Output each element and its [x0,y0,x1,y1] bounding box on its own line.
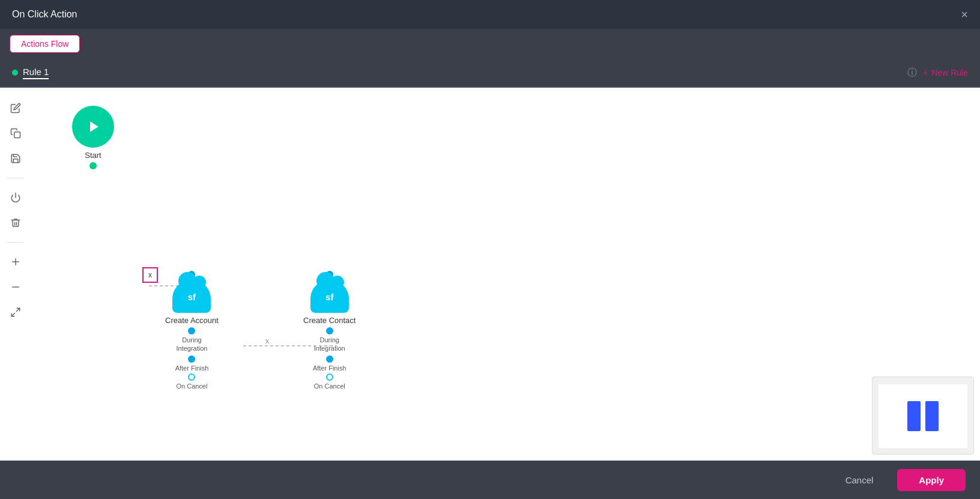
tab-actions-flow[interactable]: Actions Flow [10,35,80,53]
node1-after-dot[interactable] [188,355,195,363]
create-account-cloud[interactable]: sf [172,280,211,313]
sf-cloud-2-label: sf [325,292,333,302]
new-rule-plus-icon: + [923,68,928,77]
start-output-dot[interactable] [89,162,97,169]
svg-line-6 [11,313,14,316]
create-contact-node: sf Create Contact DuringIntegration Afte… [303,271,355,390]
apply-button[interactable]: Apply [897,469,966,491]
rule-bar: Rule 1 ⓘ + New Rule [0,59,980,88]
create-account-node: sf Create Account DuringIntegration Afte… [165,271,219,390]
sf-cloud-1-label: sf [188,292,196,302]
svg-text:x: x [265,336,270,345]
rule-label: Rule 1 [12,67,49,79]
node1-during-label: DuringIntegration [176,336,207,353]
power-icon[interactable] [7,189,24,206]
left-toolbar [7,100,24,321]
new-rule-button[interactable]: + New Rule [923,68,968,77]
zoom-in-icon[interactable] [7,253,24,270]
start-button[interactable] [72,106,114,148]
node2-during-dot[interactable] [326,327,333,334]
node2-after-label: After Finish [313,364,346,372]
title-bar: On Click Action × [0,0,980,29]
zoom-out-icon[interactable] [7,279,24,295]
new-rule-label: New Rule [931,68,968,77]
start-node: Start [72,106,114,169]
delete-connection-badge[interactable]: x [142,267,158,283]
info-icon: ⓘ [907,67,917,79]
node1-during-dot[interactable] [188,327,195,334]
modal-title: On Click Action [12,9,77,20]
mini-map [872,377,974,455]
svg-marker-10 [90,121,98,132]
node2-during-label: DuringIntegration [314,336,345,353]
fit-icon[interactable] [7,304,24,321]
edit-icon[interactable] [7,100,24,116]
mini-bar-1 [907,401,921,431]
svg-line-5 [17,308,20,311]
footer: Cancel Apply [0,461,980,499]
node2-cancel-label: On Cancel [314,382,345,390]
tab-bar: Actions Flow [0,29,980,59]
close-button[interactable]: × [961,8,968,20]
cancel-button[interactable]: Cancel [831,469,888,491]
node1-cancel-label: On Cancel [176,382,207,390]
trash-icon[interactable] [7,214,24,231]
start-label: Start [85,151,101,160]
create-contact-cloud[interactable]: sf [310,280,349,313]
create-account-label: Create Account [165,316,219,325]
mini-map-content [879,384,967,448]
modal: On Click Action × Actions Flow Rule 1 ⓘ … [0,0,980,499]
canvas-area: x Start x sf Create Account DuringIntegr… [0,88,980,461]
svg-rect-0 [14,132,20,138]
node2-after-dot[interactable] [326,355,333,363]
node2-cancel-dot[interactable] [326,373,333,381]
copy-icon[interactable] [7,125,24,142]
rule-name: Rule 1 [23,67,49,79]
create-contact-label: Create Contact [303,316,355,325]
node1-after-label: After Finish [175,364,209,372]
mini-bar-2 [925,401,939,431]
save-icon[interactable] [7,150,24,167]
rule-status-dot [12,70,18,76]
node1-cancel-dot[interactable] [188,373,195,381]
